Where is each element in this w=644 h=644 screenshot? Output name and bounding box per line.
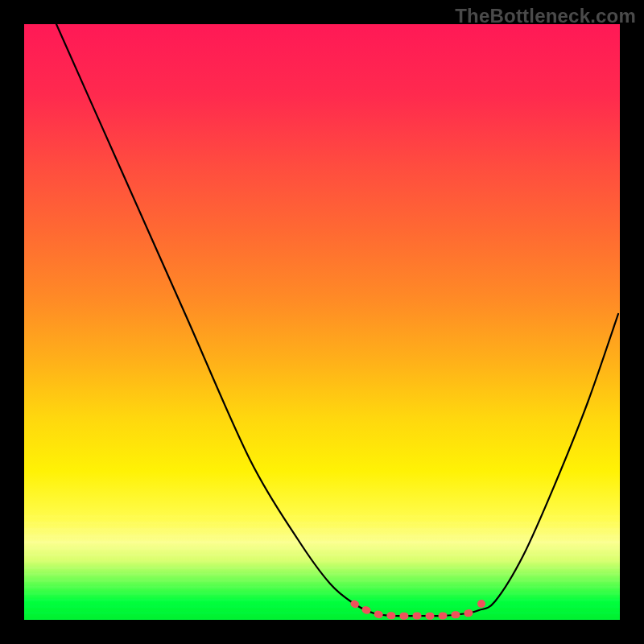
plot-area	[24, 24, 620, 620]
watermark-text: TheBottleneck.com	[455, 5, 636, 27]
chart-stage: TheBottleneck.com	[0, 0, 644, 644]
heat-gradient-background	[24, 24, 620, 620]
